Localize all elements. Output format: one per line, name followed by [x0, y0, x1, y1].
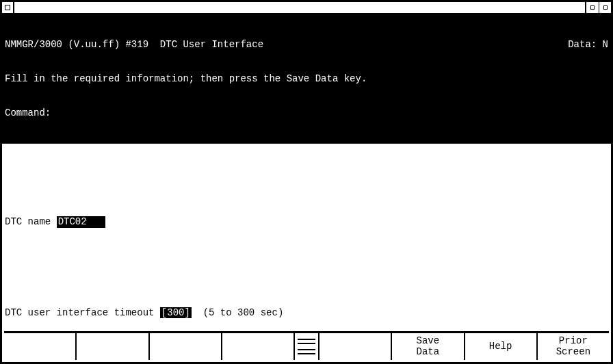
- function-keys: SaveData Help PriorScreen: [4, 331, 609, 360]
- window-controls: [585, 2, 611, 13]
- window-minimize-button[interactable]: [586, 2, 599, 13]
- screen-title: NMMGR/3000 (V.uu.ff) #319 DTC User Inter…: [5, 39, 568, 51]
- window-close-button[interactable]: [2, 2, 14, 13]
- fkey-2[interactable]: [77, 333, 149, 360]
- timeout-label: DTC user interface timeout: [5, 307, 160, 319]
- fkey-prior-screen[interactable]: PriorScreen: [538, 333, 609, 360]
- fkey-separator: [295, 333, 319, 360]
- data-flag: Data: N: [568, 39, 608, 51]
- terminal-window: NMMGR/3000 (V.uu.ff) #319 DTC User Inter…: [0, 0, 613, 364]
- dtc-name-row: DTC name DTC02: [5, 216, 608, 229]
- timeout-row: DTC user interface timeout [300] (5 to 3…: [5, 307, 608, 320]
- timeout-field[interactable]: [300]: [160, 307, 192, 319]
- fkey-save-data[interactable]: SaveData: [392, 333, 465, 360]
- screen-header: NMMGR/3000 (V.uu.ff) #319 DTC User Inter…: [2, 14, 611, 144]
- window-maximize-button[interactable]: [599, 2, 611, 13]
- fkey-5[interactable]: [319, 333, 392, 360]
- window-titlebar: [2, 2, 611, 14]
- dtc-name-label: DTC name: [5, 216, 57, 228]
- fkey-3[interactable]: [150, 333, 222, 360]
- fkey-help[interactable]: Help: [465, 333, 538, 360]
- dtc-name-field[interactable]: DTC02: [57, 216, 105, 228]
- fkey-4[interactable]: [222, 333, 295, 360]
- instruction-text: Fill in the required information; then p…: [5, 73, 608, 85]
- fkey-1[interactable]: [4, 333, 77, 360]
- titlebar-spacer: [14, 2, 585, 13]
- command-prompt[interactable]: Command:: [5, 107, 608, 119]
- timeout-hint: (5 to 300 sec): [192, 307, 283, 319]
